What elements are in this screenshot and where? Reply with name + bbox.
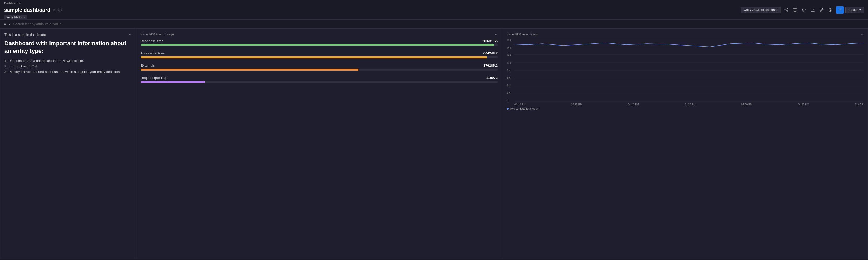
metric-bar-bg-application	[141, 56, 498, 58]
filter-icon: ≡	[4, 22, 6, 26]
entity-tag: Entity Platform	[4, 15, 27, 19]
metric-label-application: Application time	[141, 51, 165, 55]
x-axis: 04:10 PM 04:15 PM 04:20 PM 04:25 PM 04:3…	[514, 103, 864, 106]
metric-label-externals: Externals	[141, 64, 155, 67]
legend-dot	[506, 107, 508, 109]
title-left: sample dashboard ☆ ⓘ	[4, 7, 62, 13]
chart-legend: Avg Entities.total.count	[506, 107, 864, 110]
metric-value-queuing: 110973	[486, 76, 498, 80]
text-panel-heading: Dashboard with important information abo…	[4, 40, 132, 55]
metric-row-queuing: Request queuing 110973	[141, 76, 498, 83]
metric-bar-bg-response	[141, 44, 498, 46]
add-button[interactable]: +	[836, 6, 844, 13]
text-panel-menu[interactable]: ···	[129, 32, 133, 37]
metrics-subtitle: Since 86400 seconds ago	[141, 33, 498, 36]
chevron-icon: ∨	[8, 22, 11, 26]
text-panel: ··· This is a sample dashboard Dashboard…	[0, 28, 136, 259]
metric-bar-fill-queuing	[141, 81, 205, 83]
chart-panel: ··· Since 1800 seconds ago 16 k 14 k 12 …	[502, 28, 868, 259]
metric-bar-fill-application	[141, 56, 487, 58]
metric-row-application: Application time 604248.7	[141, 51, 498, 58]
header: Dashboards sample dashboard ☆ ⓘ Copy JSO…	[0, 0, 868, 20]
chart-panel-menu[interactable]: ···	[861, 32, 865, 37]
metric-row-response: Response time 610631.55	[141, 39, 498, 46]
metric-value-application: 604248.7	[484, 51, 498, 55]
metric-row-externals: Externals 376185.2	[141, 64, 498, 71]
code-button[interactable]	[800, 7, 808, 13]
metric-label-queuing: Request queuing	[141, 76, 166, 80]
copy-json-button[interactable]: Copy JSON to clipboard	[741, 6, 781, 13]
metric-bar-fill-externals	[141, 68, 358, 71]
y-axis: 16 k 14 k 12 k 10 k 8 k 6 k 4 k 2 k 0	[506, 39, 514, 102]
monitor-button[interactable]	[791, 7, 799, 13]
metric-bar-fill-response	[141, 44, 494, 46]
chart-area: 04:10 PM 04:15 PM 04:20 PM 04:25 PM 04:3…	[514, 39, 864, 106]
main-grid: ··· This is a sample dashboard Dashboard…	[0, 28, 868, 259]
page-title: sample dashboard	[4, 7, 51, 13]
breadcrumb: Dashboards	[4, 2, 864, 5]
chart-subtitle: Since 1800 seconds ago	[506, 33, 864, 36]
text-panel-title: This is a sample dashboard	[4, 33, 132, 37]
favorite-icon[interactable]: ☆	[53, 8, 56, 12]
chart-wrapper: 16 k 14 k 12 k 10 k 8 k 6 k 4 k 2 k 0	[506, 39, 864, 106]
filter-bar: ≡ ∨	[0, 20, 868, 28]
default-button[interactable]: Default ▾	[845, 6, 864, 13]
share-button[interactable]	[782, 7, 790, 13]
title-right: Copy JSON to clipboard + Default	[741, 6, 864, 13]
info-icon[interactable]: ⓘ	[58, 8, 62, 12]
list-item: Export it as JSON.	[4, 64, 132, 69]
metrics-panel: ··· Since 86400 seconds ago Response tim…	[136, 28, 502, 259]
svg-rect-0	[793, 8, 797, 11]
settings-button[interactable]	[827, 7, 834, 13]
filter-input[interactable]	[13, 22, 864, 26]
list-item: Modify it if needed and add it as a new …	[4, 69, 132, 75]
chart-line	[514, 43, 864, 47]
title-row: sample dashboard ☆ ⓘ Copy JSON to clipbo…	[4, 5, 864, 14]
metric-value-response: 610631.55	[482, 39, 498, 43]
legend-label: Avg Entities.total.count	[510, 107, 539, 110]
metric-bar-bg-externals	[141, 68, 498, 71]
list-item: You can create a dashboard in the NewRel…	[4, 58, 132, 64]
metric-label-response: Response time	[141, 39, 163, 43]
metric-bar-bg-queuing	[141, 81, 498, 83]
metrics-panel-menu[interactable]: ···	[495, 32, 499, 37]
chart-svg	[514, 39, 864, 102]
text-panel-list: You can create a dashboard in the NewRel…	[4, 58, 132, 74]
svg-point-1	[830, 9, 831, 11]
edit-button[interactable]	[818, 7, 825, 13]
metric-value-externals: 376185.2	[484, 64, 498, 67]
download-button[interactable]	[809, 7, 816, 13]
